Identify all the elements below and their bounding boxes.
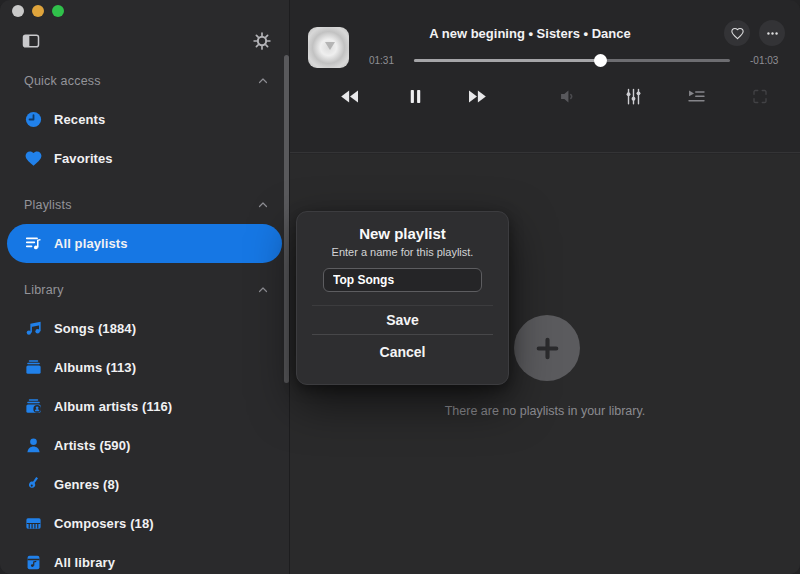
sidebar-item-label: Genres (8) xyxy=(54,477,119,492)
artists-icon xyxy=(24,436,43,455)
empty-state-message: There are no playlists in your library. xyxy=(290,404,800,418)
sidebar-item-genres-8[interactable]: Genres (8) xyxy=(0,465,289,504)
elapsed-time: 01:31 xyxy=(350,55,394,66)
heart-icon xyxy=(24,149,43,168)
close-button[interactable] xyxy=(12,5,24,17)
fullscreen-icon[interactable] xyxy=(745,81,775,111)
sidebar-item-label: Composers (18) xyxy=(54,516,154,531)
section-header-library[interactable]: Library xyxy=(0,271,289,309)
sidebar-item-albums-113[interactable]: Albums (113) xyxy=(0,348,289,387)
section-label: Playlists xyxy=(24,198,72,212)
music-app-window: Quick access Recents FavoritesPlaylists … xyxy=(0,0,800,574)
fast-forward-button[interactable] xyxy=(462,81,492,111)
sidebar-item-composers-18[interactable]: Composers (18) xyxy=(0,504,289,543)
playlists-header: All playlists xyxy=(290,115,800,153)
sidebar-scrollbar[interactable] xyxy=(284,55,289,383)
composers-icon xyxy=(24,514,43,533)
dialog-title: New playlist xyxy=(297,225,508,242)
sidebar-item-songs-1884[interactable]: Songs (1884) xyxy=(0,309,289,348)
ellipsis-icon[interactable] xyxy=(759,20,785,46)
songs-icon xyxy=(24,319,43,338)
album-art xyxy=(308,27,349,68)
sidebar-item-label: Album artists (116) xyxy=(54,399,172,414)
chevron-up-icon[interactable] xyxy=(257,284,269,296)
track-title: A new begining • Sisters • Dance xyxy=(360,26,700,41)
sidebar-item-label: Albums (113) xyxy=(54,360,136,375)
sidebar-item-all-library[interactable]: All library xyxy=(0,543,289,574)
chevron-up-icon[interactable] xyxy=(257,199,269,211)
plus-circle-icon[interactable] xyxy=(514,315,580,381)
chevron-up-icon[interactable] xyxy=(257,75,269,87)
sidebar: Quick access Recents FavoritesPlaylists … xyxy=(0,0,290,574)
album-artists-icon xyxy=(24,397,43,416)
main-panel: A new begining • Sisters • Dance 01:31 -… xyxy=(290,0,800,574)
sidebar-item-album-artists-116[interactable]: Album artists (116) xyxy=(0,387,289,426)
minimize-button[interactable] xyxy=(32,5,44,17)
remaining-time: -01:03 xyxy=(750,55,798,66)
sidebar-item-favorites[interactable]: Favorites xyxy=(0,139,289,178)
sidebar-item-label: Songs (1884) xyxy=(54,321,136,336)
section-header-playlists[interactable]: Playlists xyxy=(0,186,289,224)
sidebar-section-playlists: Playlists All playlists xyxy=(0,186,289,263)
sidebar-item-label: Favorites xyxy=(54,151,113,166)
library-icon xyxy=(24,553,43,572)
now-playing-bar: A new begining • Sisters • Dance 01:31 -… xyxy=(290,0,800,115)
section-label: Library xyxy=(24,283,64,297)
genres-icon xyxy=(24,475,43,494)
section-label: Quick access xyxy=(24,74,101,88)
slider-knob[interactable] xyxy=(594,54,607,67)
sidebar-item-all-playlists[interactable]: All playlists xyxy=(7,224,282,263)
volume-icon[interactable] xyxy=(553,81,583,111)
clock-icon xyxy=(24,110,43,129)
heart-outline-icon[interactable] xyxy=(724,20,750,46)
sidebar-item-label: All playlists xyxy=(54,236,128,251)
dialog-subtitle: Enter a name for this playlist. xyxy=(297,246,508,258)
cancel-button[interactable]: Cancel xyxy=(297,335,508,369)
section-header-quick-access[interactable]: Quick access xyxy=(0,62,289,100)
sidebar-item-artists-590[interactable]: Artists (590) xyxy=(0,426,289,465)
new-playlist-dialog: New playlist Enter a name for this playl… xyxy=(296,211,509,385)
queue-icon[interactable] xyxy=(681,81,711,111)
sidebar-item-label: Recents xyxy=(54,112,105,127)
slider-fill xyxy=(414,59,600,62)
sidebar-toggle-icon[interactable] xyxy=(21,31,41,51)
equalizer-icon[interactable] xyxy=(618,81,648,111)
progress-slider[interactable] xyxy=(414,53,730,67)
gear-icon[interactable] xyxy=(252,31,272,51)
playlist-icon xyxy=(24,234,43,253)
rewind-button[interactable] xyxy=(334,81,364,111)
traffic-lights xyxy=(12,5,64,17)
sidebar-section-library: Library Songs (1884) Albums (113) Album … xyxy=(0,271,289,574)
albums-icon xyxy=(24,358,43,377)
save-button[interactable]: Save xyxy=(297,306,508,334)
sidebar-sections: Quick access Recents FavoritesPlaylists … xyxy=(0,62,289,574)
pause-button[interactable] xyxy=(400,81,430,111)
sidebar-item-recents[interactable]: Recents xyxy=(0,100,289,139)
sidebar-section-quick-access: Quick access Recents Favorites xyxy=(0,62,289,178)
sidebar-item-label: All library xyxy=(54,555,115,570)
zoom-button[interactable] xyxy=(52,5,64,17)
sidebar-item-label: Artists (590) xyxy=(54,438,130,453)
playlist-name-input[interactable] xyxy=(323,268,482,292)
